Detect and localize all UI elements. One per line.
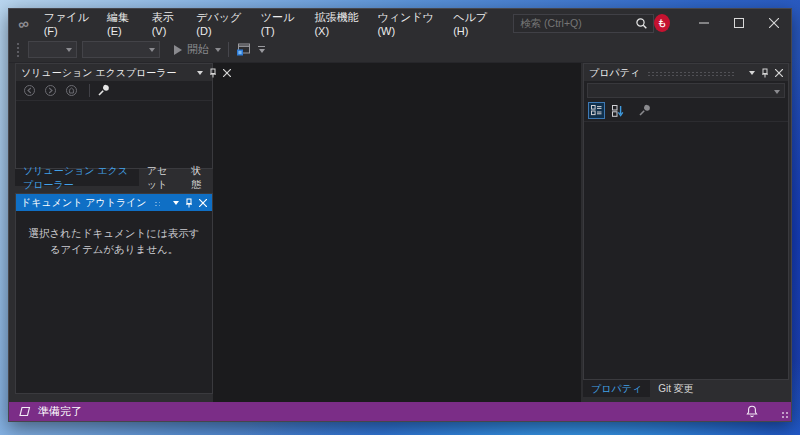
search-icon (635, 17, 648, 30)
solution-configurations-dropdown[interactable] (28, 41, 77, 58)
document-outline-title: ドキュメント アウトライン (21, 196, 147, 210)
play-icon (174, 45, 182, 55)
menu-debug[interactable]: デバッグ(D) (189, 9, 253, 37)
panel-grip-texture (647, 70, 736, 76)
close-panel-icon[interactable] (199, 199, 207, 207)
toolbar-separator (228, 42, 229, 57)
menu-edit[interactable]: 編集(E) (100, 9, 145, 37)
minimize-button[interactable] (686, 9, 721, 37)
left-dock: ソリューション エクスプローラー (15, 63, 213, 394)
visual-studio-window: ∞ ファイル(F) 編集(E) 表示(V) デバッグ(D) ツール(T) 拡張機… (8, 8, 792, 422)
panel-grip-texture (154, 200, 160, 206)
tab-solution-explorer[interactable]: ソリューション エクスプローラー (15, 169, 139, 186)
editor-empty-area (213, 63, 581, 402)
menu-window[interactable]: ウィンドウ(W) (370, 9, 446, 37)
window-position-button[interactable] (197, 71, 203, 75)
window-position-button[interactable] (173, 201, 179, 205)
wrench-icon[interactable] (95, 82, 112, 99)
toolbar-drag-handle[interactable] (16, 42, 21, 57)
home-icon[interactable] (63, 82, 80, 99)
background-tasks-icon[interactable] (16, 406, 31, 417)
property-pages-wrench-icon[interactable] (636, 102, 653, 119)
properties-object-dropdown[interactable] (587, 83, 785, 98)
forward-icon[interactable] (42, 82, 59, 99)
tab-assets[interactable]: アセット (139, 169, 183, 186)
chevron-down-icon (259, 49, 265, 53)
attach-to-process-button[interactable] (236, 43, 251, 56)
tab-status[interactable]: 状態 (183, 169, 213, 186)
menu-file[interactable]: ファイル(F) (37, 9, 100, 37)
window-controls (686, 9, 791, 37)
tab-properties[interactable]: プロパティ (583, 380, 650, 397)
user-avatar[interactable]: も (654, 14, 670, 32)
document-outline-content: 選択されたドキュメントには表示するアイテムがありません。 (16, 211, 212, 393)
menu-extensions[interactable]: 拡張機能(X) (307, 9, 370, 37)
left-dock-tabs: ソリューション エクスプローラー アセット 状態 (15, 169, 213, 186)
quick-search-box[interactable] (513, 14, 654, 33)
right-dock: プロパティ (583, 63, 789, 397)
pin-icon[interactable] (209, 68, 217, 78)
toolbar-overflow-button[interactable] (258, 46, 265, 53)
chevron-down-icon[interactable] (215, 48, 221, 52)
window-position-button[interactable] (749, 71, 755, 75)
close-panel-icon[interactable] (775, 69, 783, 77)
properties-toolbar (584, 100, 788, 122)
visual-studio-logo-icon: ∞ (17, 15, 31, 32)
notifications-bell-icon[interactable] (746, 405, 758, 418)
document-outline-empty-message: 選択されたドキュメントには表示するアイテムがありません。 (16, 211, 212, 258)
titlebar: ∞ ファイル(F) 編集(E) 表示(V) デバッグ(D) ツール(T) 拡張機… (9, 9, 791, 37)
chevron-down-icon (197, 71, 203, 75)
close-button[interactable] (756, 9, 791, 37)
menu-help[interactable]: ヘルプ(H) (446, 9, 501, 37)
properties-title: プロパティ (589, 66, 640, 80)
menu-view[interactable]: 表示(V) (145, 9, 190, 37)
right-dock-tabs: プロパティ Git 変更 (583, 380, 789, 397)
start-button-label: 開始 (187, 42, 209, 57)
dock-splitter[interactable] (15, 186, 213, 193)
status-bar: 準備完了 (9, 402, 791, 421)
overflow-bar (258, 46, 265, 47)
menubar: ファイル(F) 編集(E) 表示(V) デバッグ(D) ツール(T) 拡張機能(… (37, 9, 501, 37)
properties-content[interactable] (584, 122, 788, 379)
pin-icon[interactable] (761, 68, 769, 78)
chevron-down-icon (749, 71, 755, 75)
solution-explorer-content[interactable] (16, 101, 212, 168)
main-docking-area: ソリューション エクスプローラー (9, 63, 791, 402)
close-panel-icon[interactable] (223, 69, 231, 77)
back-icon[interactable] (21, 82, 38, 99)
categorized-view-button[interactable] (588, 102, 605, 119)
document-outline-header[interactable]: ドキュメント アウトライン (16, 194, 212, 211)
tab-git-changes[interactable]: Git 変更 (650, 380, 702, 397)
properties-panel: プロパティ (583, 63, 789, 380)
window-resize-grip[interactable] (781, 411, 789, 419)
desktop-wallpaper: ∞ ファイル(F) 編集(E) 表示(V) デバッグ(D) ツール(T) 拡張機… (0, 0, 800, 435)
chevron-down-icon (173, 201, 179, 205)
chevron-down-icon (149, 48, 155, 52)
solution-explorer-toolbar (16, 81, 212, 101)
solution-explorer-panel: ソリューション エクスプローラー (15, 63, 213, 169)
start-debugging-button[interactable]: 開始 (165, 42, 221, 57)
document-outline-panel: ドキュメント アウトライン 選択されたドキュメントには表示するアイテムがありませ… (15, 193, 213, 394)
chevron-down-icon (66, 48, 72, 52)
toolbar-separator (89, 84, 90, 97)
solution-platforms-dropdown[interactable] (82, 41, 160, 58)
properties-header[interactable]: プロパティ (584, 64, 788, 81)
chevron-down-icon (774, 90, 780, 94)
maximize-button[interactable] (721, 9, 756, 37)
status-ready-label: 準備完了 (38, 404, 82, 419)
standard-toolbar: 開始 (9, 37, 791, 63)
alphabetical-sort-button[interactable] (609, 102, 626, 119)
solution-explorer-title: ソリューション エクスプローラー (21, 66, 177, 80)
solution-explorer-header[interactable]: ソリューション エクスプローラー (16, 64, 212, 81)
pin-icon[interactable] (185, 198, 193, 208)
menu-tools[interactable]: ツール(T) (254, 9, 308, 37)
search-input[interactable] (514, 17, 652, 29)
